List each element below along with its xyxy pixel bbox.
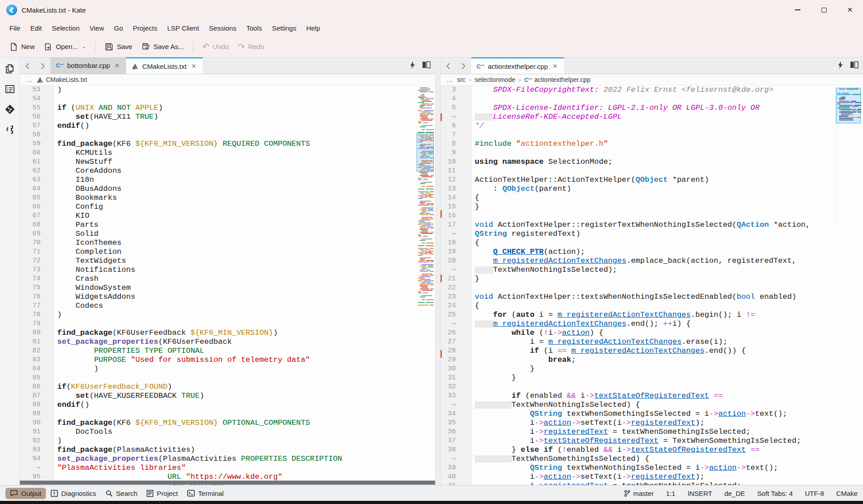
menu-projects[interactable]: Projects (128, 22, 162, 34)
statusbar-terminal-button[interactable]: Terminal (182, 488, 228, 499)
code-line: 23void ActionTextHelper::textsWhenNothin… (441, 292, 863, 302)
menu-edit[interactable]: Edit (25, 22, 47, 34)
code-line: 57endif() (20, 122, 435, 130)
save-as-button[interactable]: Save As... (137, 39, 189, 54)
menu-sessions[interactable]: Sessions (204, 22, 241, 34)
line-number: 87 (20, 392, 55, 400)
breadcrumb-item[interactable]: CMakeLists.txt (36, 76, 87, 83)
sidebar-project-list-icon[interactable] (4, 83, 16, 95)
new-label: New (21, 43, 35, 50)
code-line: 55if (UNIX AND NOT APPLE) (20, 104, 435, 112)
save-button[interactable]: Save (100, 39, 136, 54)
code-line: 53) (20, 86, 435, 94)
line-number: 21 (441, 274, 472, 284)
left-editor[interactable]: 53)5455if (UNIX AND NOT APPLE)56 set(HAV… (20, 86, 435, 485)
modified-line-marker (441, 274, 442, 282)
undo-button[interactable]: ↶Undo (198, 38, 233, 55)
minimap-viewport[interactable] (417, 133, 434, 172)
code-line: 20 m_registeredActionTextChanges.emplace… (441, 256, 863, 266)
tab-bottombar.cpp[interactable]: C++bottombar.cpp ✕ (50, 57, 126, 74)
code-line: 77 Codecs (20, 302, 435, 310)
statusbar-field-insert[interactable]: INSERT (687, 490, 712, 497)
breadcrumb-item[interactable]: C++actiontexthelper.cpp (524, 76, 590, 83)
quick-open-bolt-icon[interactable] (838, 61, 844, 71)
maximize-button[interactable] (811, 0, 837, 20)
statusbar-field-utf-8[interactable]: UTF-8 (805, 490, 824, 497)
statusbar-search-button[interactable]: Search (101, 488, 142, 499)
quick-open-bolt-icon[interactable] (410, 61, 416, 71)
statusbar-field-soft-tabs--4[interactable]: Soft Tabs: 4 (757, 490, 793, 497)
output-icon (10, 490, 18, 497)
split-view-icon[interactable] (850, 61, 858, 70)
line-number: 12 (441, 176, 472, 184)
left-toolview-sidebar (0, 58, 20, 485)
history-forward-button[interactable] (456, 58, 471, 74)
menu-help[interactable]: Help (301, 22, 325, 34)
line-number: 9 (441, 148, 472, 158)
sidebar-documents-icon[interactable] (4, 63, 16, 75)
redo-button[interactable]: ↷Redo (233, 38, 269, 55)
wrap-indent-fill (475, 455, 512, 463)
minimap-scrollbar[interactable] (417, 86, 434, 310)
tab-close-icon[interactable]: ✕ (114, 62, 121, 69)
menu-file[interactable]: File (5, 22, 25, 34)
line-number: 18 (441, 238, 472, 248)
code-line: 85 (20, 374, 435, 382)
line-number: 40 (441, 472, 472, 482)
menu-tools[interactable]: Tools (241, 22, 267, 34)
statusbar-field-cmake[interactable]: CMake (836, 490, 858, 497)
wrap-indicator-icon: ↪ (37, 464, 41, 471)
code-line: 83 PURPOSE "Used for submission of telem… (20, 356, 435, 364)
sidebar-git-icon[interactable] (4, 104, 16, 115)
menu-view[interactable]: View (85, 22, 109, 34)
history-back-button[interactable] (20, 58, 35, 74)
statusbar-field-1-1[interactable]: 1:1 (666, 490, 676, 497)
menu-lsp-client[interactable]: LSP Client (162, 22, 204, 34)
search-icon (105, 490, 113, 497)
tab-actiontexthelper.cpp[interactable]: C++actiontexthelper.cpp ✕ (471, 57, 564, 74)
line-number: 76 (20, 292, 55, 302)
open-document-icon (44, 42, 53, 51)
statusbar-field-master[interactable]: master (624, 490, 654, 497)
statusbar-output-button[interactable]: Output (5, 488, 46, 499)
line-number: 93 (20, 446, 55, 454)
statusbar: Output Diagnostics Search Project Termin… (0, 485, 863, 501)
minimize-button[interactable] (785, 0, 811, 20)
pane-splitter[interactable] (435, 58, 441, 485)
sidebar-lsp-symbols-icon[interactable] (4, 124, 16, 135)
statusbar-value: Soft Tabs: 4 (757, 490, 793, 497)
statusbar-field-de_de[interactable]: de_DE (724, 490, 745, 497)
line-number: 59 (20, 140, 55, 148)
code-line: 31 } (441, 374, 863, 382)
code-line: 16 (441, 212, 863, 220)
line-number: 57 (20, 122, 55, 130)
minimap-scrollbar[interactable] (836, 86, 861, 220)
menu-settings[interactable]: Settings (267, 22, 301, 34)
menu-selection[interactable]: Selection (47, 22, 85, 34)
breadcrumb-overflow[interactable]: ... (447, 76, 454, 83)
history-back-button[interactable] (441, 58, 456, 74)
tab-close-icon[interactable]: ✕ (551, 63, 559, 70)
new-button[interactable]: New (5, 39, 39, 54)
line-number: 95 (20, 472, 55, 482)
history-forward-button[interactable] (35, 58, 50, 74)
split-view-icon[interactable] (422, 61, 431, 70)
code-line: 67 KIO (20, 212, 435, 220)
open-button[interactable]: Open...⌄ (39, 39, 91, 54)
tab-CMakeLists.txt[interactable]: CMakeLists.txt ✕ (126, 57, 203, 74)
code-line: 68 Parts (20, 220, 435, 230)
statusbar-diagnostics-button[interactable]: Diagnostics (46, 488, 101, 499)
line-number: 74 (20, 274, 55, 284)
tab-close-icon[interactable]: ✕ (190, 63, 197, 70)
minimap-viewport[interactable] (836, 88, 861, 123)
breadcrumb-item[interactable]: src (457, 76, 466, 83)
horizontal-scrollbar[interactable] (20, 481, 435, 485)
statusbar-project-button[interactable]: Project (142, 488, 182, 499)
menu-go[interactable]: Go (109, 22, 128, 34)
breadcrumb-item[interactable]: selectionmode (475, 76, 515, 83)
code-line: 33 if (enabled && i->textStateOfRegister… (441, 392, 863, 400)
right-editor[interactable]: 3 SPDX-FileCopyrightText: 2022 Felix Ern… (441, 86, 863, 485)
breadcrumb-overflow[interactable]: ... (26, 76, 33, 83)
line-number: 89 (20, 410, 55, 418)
close-button[interactable]: ✕ (837, 0, 863, 20)
